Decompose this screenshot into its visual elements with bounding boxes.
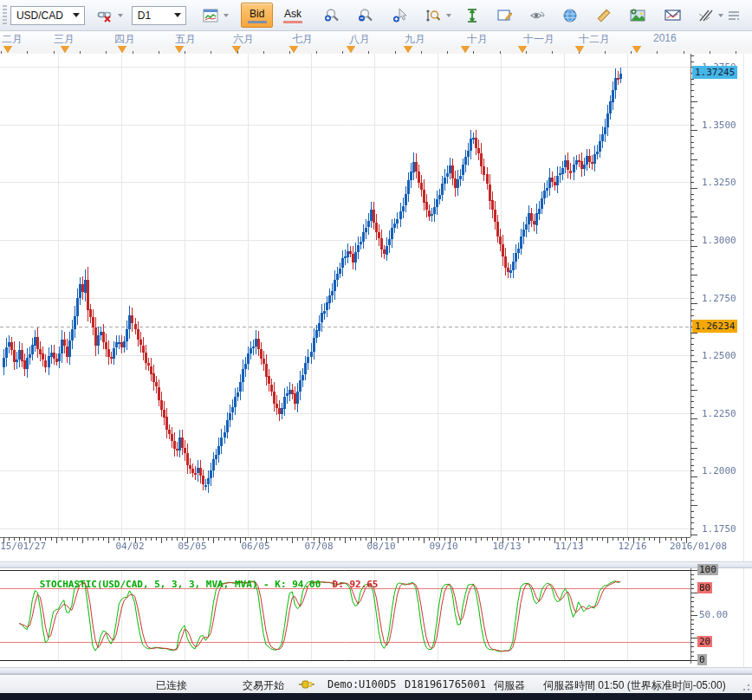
note-edit-icon <box>497 9 513 23</box>
month-label: 八月 <box>349 32 370 47</box>
pointer-add-icon <box>392 8 409 23</box>
web-button[interactable] <box>559 4 581 27</box>
date-axis-label: 2016/01/08 <box>670 541 727 552</box>
toolbar-menu-button[interactable] <box>723 4 746 27</box>
current-bid-price-tag: 1.37245 <box>692 66 737 79</box>
price-axis-label: 1.3500 <box>702 120 736 131</box>
chart-type-button[interactable] <box>200 4 223 27</box>
price-chart-panel[interactable]: 1.37501.35001.32501.30001.27501.25001.22… <box>0 54 752 561</box>
date-axis-label: 10/13 <box>492 541 521 552</box>
zoom-in-icon <box>324 8 340 23</box>
chevron-down-icon[interactable] <box>174 13 181 17</box>
month-label: 三月 <box>54 32 75 47</box>
price-axis-label: 1.2750 <box>702 293 736 304</box>
month-marker-icon <box>518 46 527 53</box>
month-label: 十二月 <box>579 32 610 47</box>
price-axis-label: 1.2250 <box>702 408 736 419</box>
server-time: 伺服器時間 01:50 (世界标准时间-05:00) <box>543 678 726 693</box>
chain-broken-icon <box>97 9 113 23</box>
fit-vertical-button[interactable] <box>462 4 484 27</box>
pointer-zoom-button[interactable] <box>390 4 412 27</box>
timeframe-value: D1 <box>133 10 170 22</box>
session-id: D181961765001 <box>405 678 486 690</box>
stochastic-axis-label: 50.00 <box>697 609 729 620</box>
month-marker-icon <box>175 46 184 53</box>
price-axis-label: 1.3250 <box>702 177 736 188</box>
price-axis-label: 1.1750 <box>702 523 736 535</box>
price-axis-label: 1.2000 <box>702 465 736 476</box>
stochastic-title-d: D: 92.65 <box>333 579 379 590</box>
zoom-scale-icon <box>425 8 442 23</box>
date-axis-label: 05/05 <box>178 541 206 552</box>
line-studies-button[interactable] <box>694 4 716 27</box>
month-marker-icon <box>632 46 641 53</box>
fit-vertical-icon <box>465 8 479 23</box>
toolbar-grip[interactable] <box>3 5 7 26</box>
zoom-out-button[interactable] <box>355 4 378 27</box>
symbol-combo[interactable]: USD/CAD <box>10 6 85 25</box>
month-label: 2016 <box>653 32 677 44</box>
zoom-out-icon <box>358 8 374 23</box>
timeframe-combo[interactable]: D1 <box>132 6 186 25</box>
month-marker-icon <box>3 46 12 53</box>
eye-icon <box>529 9 546 23</box>
globe-icon <box>562 8 578 23</box>
month-marker-icon <box>118 46 126 53</box>
chevron-down-icon[interactable] <box>224 14 229 17</box>
unlink-chart-button[interactable] <box>94 4 116 27</box>
month-label: 四月 <box>114 32 135 47</box>
marked-price-tag: 1.26234 <box>692 320 737 333</box>
status-bar: 已连接 交易开始 Demo:U100D5 D181961765001 伺服器 伺… <box>0 674 752 693</box>
month-label: 十月 <box>467 32 488 47</box>
toolbar: USD/CAD D1 Bid <box>0 0 752 31</box>
month-label-row: 二月三月四月五月六月七月八月九月十月十一月十二月2016 <box>0 31 752 46</box>
candlestick-chart-canvas[interactable] <box>0 54 752 561</box>
envelope-icon <box>664 9 681 22</box>
chevron-down-icon[interactable] <box>118 14 123 17</box>
ruler-icon <box>596 8 612 23</box>
price-axis-label: 1.3000 <box>702 235 736 246</box>
date-axis-label: 07/08 <box>304 541 333 552</box>
month-marker-icon <box>461 46 470 53</box>
account-id: Demo:U100D5 <box>327 678 396 690</box>
chevron-down-icon[interactable] <box>73 13 80 17</box>
visibility-button[interactable] <box>527 4 549 27</box>
zoom-in-button[interactable] <box>321 4 344 27</box>
stochastic-axis-label: 100 <box>697 564 718 575</box>
date-axis-label: 11/13 <box>554 541 583 552</box>
email-chart-button[interactable] <box>662 4 684 27</box>
notes-button[interactable] <box>494 4 516 27</box>
month-label: 九月 <box>405 32 425 47</box>
image-export-button[interactable] <box>627 4 650 27</box>
month-label: 七月 <box>292 32 313 47</box>
bid-toggle-button[interactable]: Bid <box>241 3 273 28</box>
ask-toggle-button[interactable]: Ask <box>276 3 308 28</box>
bid-underline <box>248 21 267 23</box>
stochastic-axis-label: 80 <box>697 582 712 593</box>
month-label: 十一月 <box>523 32 554 47</box>
resize-grip[interactable] <box>740 681 750 691</box>
trading-platform-window: USD/CAD D1 Bid <box>0 0 752 700</box>
month-marker-icon <box>404 46 412 53</box>
panel-splitter[interactable] <box>0 667 752 674</box>
month-label: 二月 <box>2 32 23 47</box>
month-marker-icon <box>347 46 355 53</box>
ruler-button[interactable] <box>593 4 616 27</box>
ask-underline <box>283 21 302 23</box>
stochastic-axis-label: 20 <box>697 636 712 647</box>
stochastic-axis-label: 0 <box>697 654 707 665</box>
connection-status: 已连接 <box>156 678 187 693</box>
month-label: 五月 <box>175 32 196 47</box>
stochastic-title-k: STOCHASTIC(USD/CAD, 5, 3, 3, MVA, MVA) -… <box>40 579 321 590</box>
stochastic-panel[interactable]: STOCHASTIC(USD/CAD, 5, 3, 3, MVA, MVA) -… <box>0 568 752 667</box>
server-label: 伺服器 <box>494 678 525 693</box>
price-axis-label: 1.2500 <box>702 350 736 361</box>
date-axis-label: 08/10 <box>366 541 395 552</box>
date-axis-label: 12/16 <box>618 541 646 552</box>
timeline-ruler[interactable] <box>0 46 752 54</box>
chevron-down-icon[interactable] <box>446 14 451 17</box>
menu-icon <box>727 10 741 22</box>
date-axis-label: 06/05 <box>241 541 269 552</box>
zoom-scale-button[interactable] <box>422 4 444 27</box>
chart-type-icon <box>203 9 218 23</box>
